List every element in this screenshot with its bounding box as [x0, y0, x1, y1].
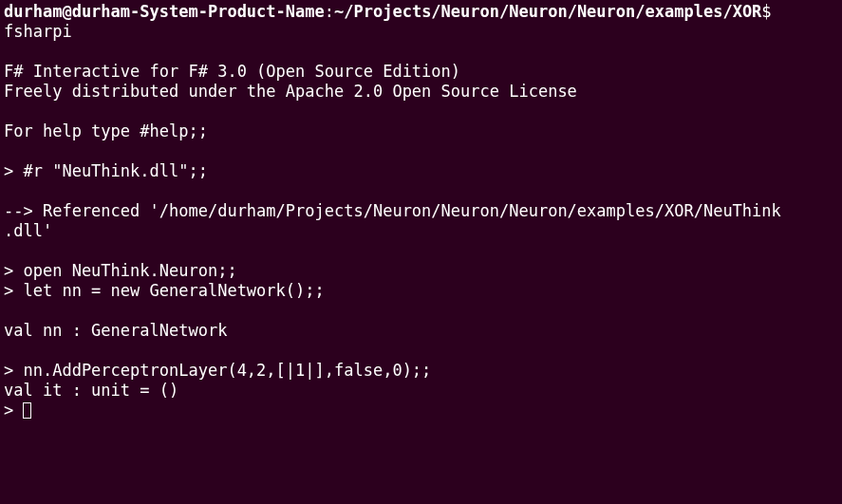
- prompt-symbol: $: [761, 2, 780, 21]
- prompt-user-host: durham@durham-System-Product-Name: [4, 2, 325, 21]
- command-line: fsharpi: [4, 22, 72, 41]
- repl-output-line: --> Referenced '/home/durham/Projects/Ne…: [4, 201, 781, 220]
- cursor-icon: [23, 402, 31, 419]
- repl-input-line: > #r "NeuThink.dll";;: [4, 161, 208, 180]
- help-hint-line: For help type #help;;: [4, 121, 208, 140]
- repl-output-line: .dll': [4, 221, 52, 240]
- prompt-path: ~/Projects/Neuron/Neuron/Neuron/examples…: [334, 2, 761, 21]
- repl-input-line: > let nn = new GeneralNetwork();;: [4, 281, 325, 300]
- repl-output-line: val it : unit = (): [4, 381, 178, 400]
- terminal-output[interactable]: durham@durham-System-Product-Name:~/Proj…: [0, 0, 842, 422]
- repl-prompt-line: >: [4, 401, 23, 420]
- banner-line-1: F# Interactive for F# 3.0 (Open Source E…: [4, 62, 460, 81]
- shell-prompt: durham@durham-System-Product-Name:~/Proj…: [4, 2, 781, 21]
- prompt-separator: :: [325, 2, 334, 21]
- banner-line-2: Freely distributed under the Apache 2.0 …: [4, 82, 577, 101]
- repl-output-line: val nn : GeneralNetwork: [4, 321, 227, 340]
- repl-input-line: > open NeuThink.Neuron;;: [4, 261, 237, 280]
- repl-input-line: > nn.AddPerceptronLayer(4,2,[|1|],false,…: [4, 361, 431, 380]
